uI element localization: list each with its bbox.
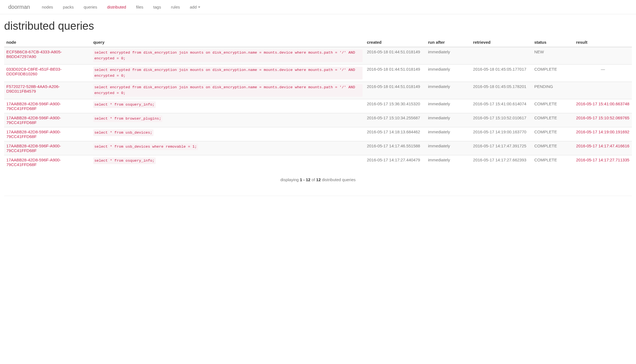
node-link[interactable]: 17AABB28-42D8-596F-A900-79CC41FFD68F (6, 115, 61, 125)
status-cell: NEW (532, 47, 574, 64)
pagination-suffix: distributed queries (321, 177, 356, 182)
th-retrieved: retrieved (471, 38, 532, 47)
pagination-mid: of (310, 177, 316, 182)
footer-divider (4, 196, 632, 196)
nav-item-tags[interactable]: tags (148, 1, 166, 13)
result-link[interactable]: 2016-05-17 14:17:47.416616 (576, 144, 629, 148)
node-link[interactable]: 17AABB28-42D8-596F-A900-79CC41FFD68F (6, 144, 61, 153)
nav-item-packs[interactable]: packs (58, 1, 79, 13)
th-node: node (4, 38, 91, 47)
retrieved-cell: 2016-05-17 15:10:52.010617 (471, 113, 532, 127)
table-row: 17AABB28-42D8-596F-A900-79CC41FFD68Fsele… (4, 113, 632, 127)
created-cell: 2016-05-17 14:17:27.440479 (365, 155, 426, 169)
run-after-cell: immediately (426, 155, 471, 169)
result-cell: 2016-05-17 15:41:00.663748 (574, 99, 632, 113)
node-link[interactable]: 17AABB28-42D8-596F-A900-79CC41FFD68F (6, 158, 61, 167)
run-after-cell: immediately (426, 82, 471, 99)
nav-item-distributed[interactable]: distributed (102, 1, 131, 13)
th-run-after: run after (426, 38, 471, 47)
status-cell: COMPLETE (532, 141, 574, 155)
table-row: F5720272-528B-4AA5-A206-D9D311FB4579sele… (4, 82, 632, 99)
result-cell: 2016-05-17 14:19:00.191692 (574, 127, 632, 141)
queries-table: node query created run after retrieved s… (4, 38, 632, 169)
nav-item-queries[interactable]: queries (79, 1, 102, 13)
table-row: 17AABB28-42D8-596F-A900-79CC41FFD68Fsele… (4, 99, 632, 113)
node-link[interactable]: ECF5B6C8-67CB-4333-A805-B6DD47297A90 (6, 49, 62, 59)
th-created: created (365, 38, 426, 47)
pagination-prefix: displaying (280, 177, 300, 182)
th-result: result (574, 38, 632, 47)
navbar: doorman nodespacksqueriesdistributedfile… (0, 0, 636, 14)
query-code: select * from browser_plugins; (93, 115, 162, 122)
run-after-cell: immediately (426, 127, 471, 141)
th-query: query (91, 38, 365, 47)
status-cell: COMPLETE (532, 99, 574, 113)
th-status: status (532, 38, 574, 47)
query-code: select encrypted from disk_encryption jo… (93, 84, 363, 97)
created-cell: 2016-05-17 15:36:30.415320 (365, 99, 426, 113)
status-cell: COMPLETE (532, 127, 574, 141)
table-row: ECF5B6C8-67CB-4333-A805-B6DD47297A90sele… (4, 47, 632, 64)
brand-link[interactable]: doorman (4, 0, 34, 14)
nav-item-add[interactable]: add (185, 1, 205, 13)
created-cell: 2016-05-18 01:44:51.018149 (365, 82, 426, 99)
nav-items: nodespacksqueriesdistributedfilestagsrul… (37, 1, 205, 13)
run-after-cell: immediately (426, 141, 471, 155)
query-code: select * from osquery_info; (93, 101, 156, 108)
chevron-down-icon (198, 7, 200, 8)
table-body: ECF5B6C8-67CB-4333-A805-B6DD47297A90sele… (4, 47, 632, 169)
status-cell: COMPLETE (532, 155, 574, 169)
run-after-cell: immediately (426, 113, 471, 127)
run-after-cell: immediately (426, 47, 471, 64)
pagination-text: displaying 1 - 12 of 12 distributed quer… (4, 175, 632, 190)
result-link[interactable]: 2016-05-17 15:41:00.663748 (576, 101, 629, 106)
table-header-row: node query created run after retrieved s… (4, 38, 632, 47)
nav-item-nodes[interactable]: nodes (37, 1, 58, 13)
result-link[interactable]: 2016-05-17 15:10:52.069765 (576, 115, 629, 120)
status-cell: COMPLETE (532, 113, 574, 127)
query-code: select encrypted from disk_encryption jo… (93, 67, 363, 79)
result-cell: — (574, 64, 632, 82)
table-row: 17AABB28-42D8-596F-A900-79CC41FFD68Fsele… (4, 127, 632, 141)
result-cell: 2016-05-17 14:17:47.416616 (574, 141, 632, 155)
retrieved-cell (471, 47, 532, 64)
created-cell: 2016-05-17 15:10:34.255687 (365, 113, 426, 127)
retrieved-cell: 2016-05-17 14:17:47.391725 (471, 141, 532, 155)
retrieved-cell: 2016-05-18 01:45:05.178201 (471, 82, 532, 99)
status-cell: PENDING (532, 82, 574, 99)
created-cell: 2016-05-17 14:18:13.684462 (365, 127, 426, 141)
created-cell: 2016-05-17 14:17:46.551588 (365, 141, 426, 155)
query-code: select * from osquery_info; (93, 158, 156, 164)
created-cell: 2016-05-18 01:44:51.018149 (365, 64, 426, 82)
main-container: distributed queries node query created r… (0, 14, 636, 196)
pagination-total: 12 (316, 177, 321, 182)
table-row: 033D02C8-C8FE-451F-BE03-DDDF0DB10260sele… (4, 64, 632, 82)
table-row: 17AABB28-42D8-596F-A900-79CC41FFD68Fsele… (4, 155, 632, 169)
result-cell (574, 47, 632, 64)
table-row: 17AABB28-42D8-596F-A900-79CC41FFD68Fsele… (4, 141, 632, 155)
result-link[interactable]: 2016-05-17 14:17:27.711335 (576, 158, 629, 162)
result-cell: 2016-05-17 14:17:27.711335 (574, 155, 632, 169)
run-after-cell: immediately (426, 99, 471, 113)
created-cell: 2016-05-18 01:44:51.018149 (365, 47, 426, 64)
retrieved-cell: 2016-05-17 14:19:00.163770 (471, 127, 532, 141)
retrieved-cell: 2016-05-17 14:17:27.662393 (471, 155, 532, 169)
result-cell: 2016-05-17 15:10:52.069765 (574, 113, 632, 127)
retrieved-cell: 2016-05-18 01:45:05.177017 (471, 64, 532, 82)
query-code: select encrypted from disk_encryption jo… (93, 49, 363, 62)
node-link[interactable]: F5720272-528B-4AA5-A206-D9D311FB4579 (6, 84, 60, 93)
node-link[interactable]: 033D02C8-C8FE-451F-BE03-DDDF0DB10260 (6, 67, 62, 76)
nav-item-rules[interactable]: rules (166, 1, 185, 13)
node-link[interactable]: 17AABB28-42D8-596F-A900-79CC41FFD68F (6, 129, 61, 139)
query-code: select * from usb_devices where removabl… (93, 144, 198, 150)
query-code: select * from usb_devices; (93, 129, 153, 136)
retrieved-cell: 2016-05-17 15:41:00.614074 (471, 99, 532, 113)
node-link[interactable]: 17AABB28-42D8-596F-A900-79CC41FFD68F (6, 101, 61, 111)
status-cell: COMPLETE (532, 64, 574, 82)
nav-item-files[interactable]: files (131, 1, 148, 13)
result-link[interactable]: 2016-05-17 14:19:00.191692 (576, 129, 629, 134)
result-empty: — (576, 67, 630, 71)
result-cell (574, 82, 632, 99)
run-after-cell: immediately (426, 64, 471, 82)
pagination-range: 1 - 12 (300, 177, 310, 182)
